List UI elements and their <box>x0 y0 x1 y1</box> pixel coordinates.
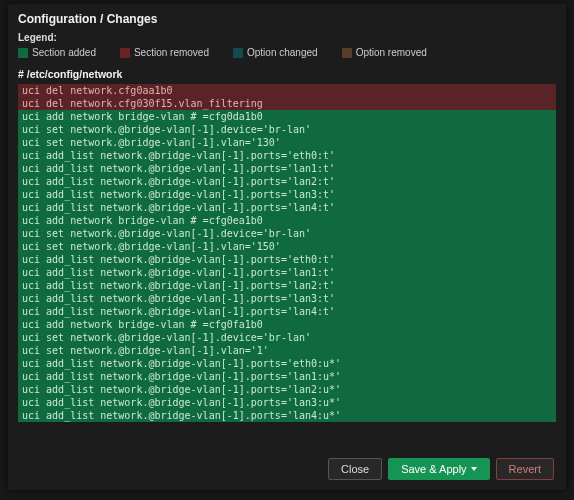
diff-line: uci add network bridge-vlan # =cfg0da1b0 <box>18 110 556 123</box>
diff-line: uci add_list network.@bridge-vlan[-1].po… <box>18 201 556 214</box>
legend-text: Option changed <box>247 47 318 58</box>
diff-line: uci add_list network.@bridge-vlan[-1].po… <box>18 162 556 175</box>
swatch-option-removed-icon <box>342 48 352 58</box>
diff-lines: uci del network.cfg0aa1b0uci del network… <box>18 84 556 422</box>
diff-line: uci add_list network.@bridge-vlan[-1].po… <box>18 149 556 162</box>
diff-line: uci add_list network.@bridge-vlan[-1].po… <box>18 188 556 201</box>
legend-label: Legend: <box>18 32 556 43</box>
diff-line: uci add_list network.@bridge-vlan[-1].po… <box>18 266 556 279</box>
diff-line: uci del network.cfg0aa1b0 <box>18 84 556 97</box>
diff-line: uci add network bridge-vlan # =cfg0fa1b0 <box>18 318 556 331</box>
diff-line: uci add_list network.@bridge-vlan[-1].po… <box>18 409 556 422</box>
legend-option-removed: Option removed <box>342 47 427 58</box>
diff-line: uci add_list network.@bridge-vlan[-1].po… <box>18 396 556 409</box>
legend-text: Section removed <box>134 47 209 58</box>
diff-line: uci set network.@bridge-vlan[-1].vlan='1… <box>18 344 556 357</box>
diff-line: uci set network.@bridge-vlan[-1].vlan='1… <box>18 136 556 149</box>
button-row: Close Save & Apply Revert <box>328 458 554 480</box>
changes-panel: Configuration / Changes Legend: Section … <box>8 4 566 490</box>
diff-line: uci set network.@bridge-vlan[-1].vlan='1… <box>18 240 556 253</box>
diff-line: uci add_list network.@bridge-vlan[-1].po… <box>18 292 556 305</box>
swatch-section-removed-icon <box>120 48 130 58</box>
legend-text: Section added <box>32 47 96 58</box>
diff-line: uci set network.@bridge-vlan[-1].device=… <box>18 123 556 136</box>
diff-line: uci add_list network.@bridge-vlan[-1].po… <box>18 279 556 292</box>
diff-line: uci set network.@bridge-vlan[-1].device=… <box>18 227 556 240</box>
caret-down-icon <box>471 467 477 471</box>
diff-line: uci add_list network.@bridge-vlan[-1].po… <box>18 253 556 266</box>
legend-row: Section added Section removed Option cha… <box>18 47 556 58</box>
diff-line: uci add_list network.@bridge-vlan[-1].po… <box>18 383 556 396</box>
diff-line: uci add_list network.@bridge-vlan[-1].po… <box>18 357 556 370</box>
swatch-section-added-icon <box>18 48 28 58</box>
diff-line: uci add_list network.@bridge-vlan[-1].po… <box>18 370 556 383</box>
diff-line: uci del network.cfg030f15.vlan_filtering <box>18 97 556 110</box>
close-button[interactable]: Close <box>328 458 382 480</box>
diff-line: uci add_list network.@bridge-vlan[-1].po… <box>18 175 556 188</box>
diff-line: uci add network bridge-vlan # =cfg0ea1b0 <box>18 214 556 227</box>
legend-section-removed: Section removed <box>120 47 209 58</box>
swatch-option-changed-icon <box>233 48 243 58</box>
legend-text: Option removed <box>356 47 427 58</box>
legend-option-changed: Option changed <box>233 47 318 58</box>
save-apply-button[interactable]: Save & Apply <box>388 458 489 480</box>
panel-title: Configuration / Changes <box>18 12 556 26</box>
file-heading: # /etc/config/network <box>18 68 556 80</box>
diff-line: uci add_list network.@bridge-vlan[-1].po… <box>18 305 556 318</box>
revert-button[interactable]: Revert <box>496 458 554 480</box>
save-apply-label: Save & Apply <box>401 463 466 475</box>
diff-line: uci set network.@bridge-vlan[-1].device=… <box>18 331 556 344</box>
legend-section-added: Section added <box>18 47 96 58</box>
